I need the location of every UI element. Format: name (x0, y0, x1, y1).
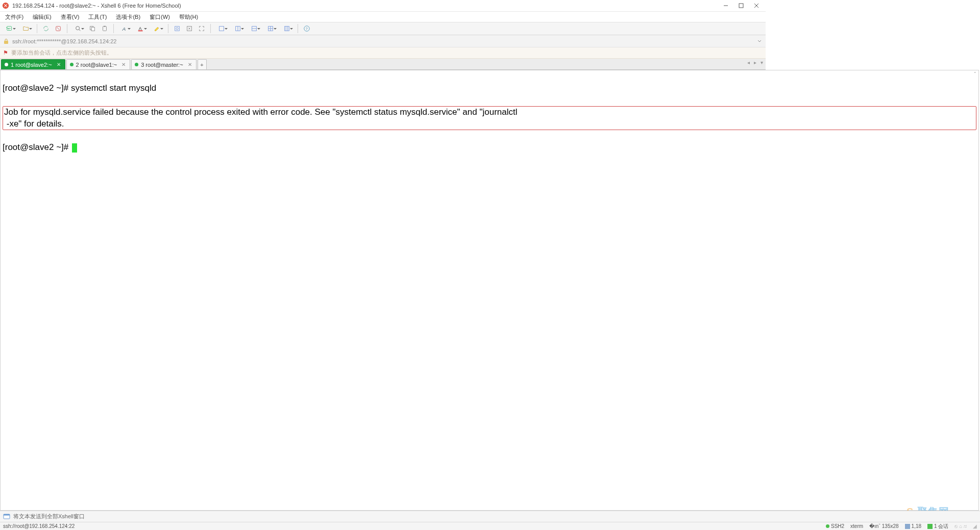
session-tab-master[interactable]: 3 root@master:~ ✕ (131, 59, 196, 69)
error-highlight-box: Job for mysqld.service failed because th… (3, 106, 766, 130)
svg-rect-2 (739, 4, 743, 8)
terminal-line: -xe" for details. (4, 119, 64, 129)
tab-menu-icon[interactable]: ▾ (759, 60, 765, 65)
find-icon[interactable] (172, 23, 183, 34)
tab-nav: ◂ ▸ ▾ (746, 60, 765, 65)
menubar: 文件(F) 编辑(E) 查看(V) 工具(T) 选项卡(B) 窗口(W) 帮助(… (0, 12, 766, 22)
menu-window[interactable]: 窗口(W) (148, 13, 172, 21)
paste-icon[interactable] (99, 23, 110, 34)
open-icon[interactable] (18, 23, 34, 34)
layout-vert-icon[interactable] (230, 23, 246, 34)
address-bar[interactable]: ssh://root:***********@192.168.254.124:2… (0, 35, 766, 47)
toolbar-separator (67, 24, 67, 33)
reconnect-icon[interactable] (40, 23, 52, 34)
lock-icon (3, 38, 9, 44)
zoom-fit-icon[interactable] (184, 23, 195, 34)
svg-text:A: A (139, 26, 142, 31)
minimize-button[interactable] (723, 3, 729, 9)
tab-label: 1 root@slave2:~ (11, 62, 52, 68)
color-icon[interactable]: A (133, 23, 149, 34)
titlebar: 192.168.254.124 - root@slave2:~ - Xshell… (0, 0, 766, 12)
menu-view[interactable]: 查看(V) (59, 13, 82, 21)
svg-rect-18 (138, 31, 143, 32)
menu-edit[interactable]: 编辑(E) (31, 13, 54, 21)
session-tab-slave1[interactable]: 2 root@slave1:~ ✕ (66, 59, 131, 69)
toolbar-separator (113, 24, 114, 33)
maximize-button[interactable] (738, 3, 744, 9)
close-button[interactable] (753, 3, 760, 9)
svg-point-10 (76, 27, 80, 30)
cursor-icon (72, 143, 77, 153)
layout-grid-icon[interactable] (263, 23, 278, 34)
terminal-pane[interactable]: ˄ [root@slave2 ~]# systemctl start mysql… (0, 70, 766, 414)
status-dot-icon (135, 63, 138, 66)
svg-point-19 (176, 28, 178, 30)
chevron-down-icon[interactable] (756, 38, 763, 44)
svg-rect-15 (104, 26, 106, 27)
hint-text: 要添加当前会话，点击左侧的箭头按钮。 (11, 49, 112, 57)
toolbar: A A ? (0, 22, 766, 35)
tab-label: 3 root@master:~ (141, 62, 183, 68)
menu-tools[interactable]: 工具(T) (86, 13, 109, 21)
help-icon[interactable]: ? (301, 23, 312, 34)
toolbar-separator (168, 24, 168, 33)
fullscreen-icon[interactable] (196, 23, 207, 34)
toolbar-separator (298, 24, 298, 33)
disconnect-icon[interactable] (53, 23, 64, 34)
session-tabstrip: 1 root@slave2:~ ✕ 2 root@slave1:~ ✕ 3 ro… (0, 59, 766, 70)
menu-help[interactable]: 帮助(H) (177, 13, 200, 21)
terminal-line: [root@slave2 ~]# systemctl start mysqld (3, 83, 766, 94)
svg-rect-21 (219, 27, 224, 31)
font-icon[interactable]: A (117, 23, 132, 34)
menu-tabs[interactable]: 选项卡(B) (114, 13, 142, 21)
menu-file[interactable]: 文件(F) (3, 13, 26, 21)
search-icon[interactable] (70, 23, 86, 34)
close-icon[interactable]: ✕ (121, 62, 126, 67)
svg-rect-34 (4, 41, 8, 44)
terminal-line: [root@slave2 ~]# (3, 142, 71, 152)
copy-icon[interactable] (87, 23, 98, 34)
toolbar-separator (37, 24, 37, 33)
status-dot-icon (70, 63, 74, 66)
hint-bar: ⚑ 要添加当前会话，点击左侧的箭头按钮。 (0, 47, 766, 59)
svg-text:?: ? (306, 27, 308, 31)
window-controls (723, 3, 764, 9)
layout-single-icon[interactable] (214, 23, 229, 34)
svg-rect-14 (103, 27, 107, 31)
tab-prev-icon[interactable]: ◂ (746, 60, 751, 65)
close-icon[interactable]: ✕ (188, 62, 192, 67)
layout-horiz-icon[interactable] (247, 23, 262, 34)
tab-next-icon[interactable]: ▸ (752, 60, 758, 65)
address-text: ssh://root:***********@192.168.254.124:2… (12, 38, 753, 44)
terminal-line: Job for mysqld.service failed because th… (4, 107, 518, 117)
status-dot-icon (5, 63, 8, 66)
new-session-icon[interactable] (2, 23, 17, 34)
close-icon[interactable]: ✕ (57, 62, 61, 67)
svg-rect-13 (91, 27, 94, 31)
tab-label: 2 root@slave1:~ (76, 62, 117, 68)
layout-many-icon[interactable] (279, 23, 295, 34)
window-title: 192.168.254.124 - root@slave2:~ - Xshell… (12, 3, 723, 9)
toolbar-separator (210, 24, 211, 33)
session-tab-slave2[interactable]: 1 root@slave2:~ ✕ (1, 59, 65, 69)
flag-icon: ⚑ (3, 49, 8, 56)
highlighter-icon[interactable] (150, 23, 165, 34)
svg-rect-29 (285, 27, 289, 31)
app-icon (2, 2, 9, 9)
svg-text:A: A (122, 26, 126, 32)
svg-line-11 (79, 30, 81, 31)
svg-line-9 (57, 27, 59, 30)
new-tab-button[interactable]: + (198, 59, 207, 69)
terminal-output: [root@slave2 ~]# systemctl start mysqld … (1, 70, 766, 166)
